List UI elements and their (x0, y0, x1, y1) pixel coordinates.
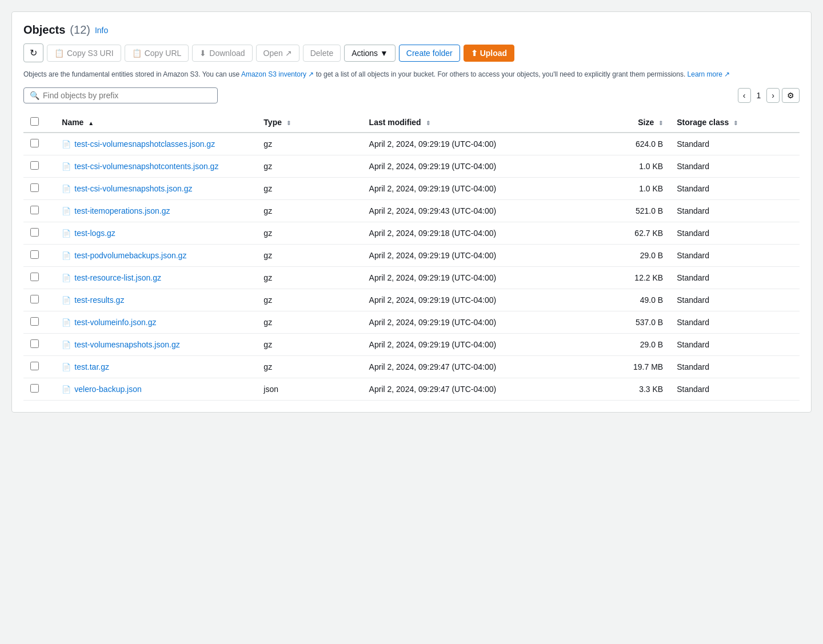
row-size-cell: 521.0 B (549, 200, 670, 222)
select-all-checkbox[interactable] (30, 117, 39, 126)
row-name-cell: 📄 test-results.gz (55, 289, 257, 311)
row-checkbox-cell[interactable] (23, 245, 55, 267)
row-type-cell: gz (257, 289, 362, 311)
copy-url-button[interactable]: 📋 Copy URL (125, 45, 189, 62)
row-size-cell: 1.0 KB (549, 155, 670, 178)
row-checkbox-cell[interactable] (23, 356, 55, 378)
search-box[interactable]: 🔍 (23, 87, 218, 103)
refresh-button[interactable]: ↻ (23, 43, 43, 62)
row-size-cell: 3.3 KB (549, 378, 670, 401)
name-sort-icon (86, 118, 94, 127)
s3-inventory-link[interactable]: Amazon S3 inventory ↗ (241, 70, 314, 78)
row-checkbox-cell[interactable] (23, 222, 55, 245)
file-link[interactable]: 📄 velero-backup.json (62, 385, 250, 394)
row-checkbox[interactable] (30, 362, 39, 370)
row-checkbox-cell[interactable] (23, 378, 55, 401)
table-row: 📄 test-volumesnapshots.json.gz gz April … (23, 334, 800, 356)
file-name: test-results.gz (74, 295, 124, 305)
file-link[interactable]: 📄 test-volumeinfo.json.gz (62, 318, 250, 327)
table-row: 📄 test-csi-volumesnapshots.json.gz gz Ap… (23, 178, 800, 200)
file-link[interactable]: 📄 test-csi-volumesnapshots.json.gz (62, 184, 250, 193)
row-storage-cell: Standard (670, 133, 800, 155)
row-type-cell: gz (257, 311, 362, 334)
select-all-header[interactable] (23, 113, 55, 133)
type-column-header[interactable]: Type ⇕ (257, 113, 362, 133)
row-storage-cell: Standard (670, 334, 800, 356)
row-checkbox-cell[interactable] (23, 200, 55, 222)
size-column-header[interactable]: Size ⇕ (549, 113, 670, 133)
table-row: 📄 test-csi-volumesnapshotclasses.json.gz… (23, 133, 800, 155)
file-link[interactable]: 📄 test-volumesnapshots.json.gz (62, 340, 250, 349)
row-name-cell: 📄 test-logs.gz (55, 222, 257, 245)
upload-button[interactable]: ⬆ Upload (464, 45, 514, 62)
row-modified-cell: April 2, 2024, 09:29:19 (UTC-04:00) (362, 245, 549, 267)
row-checkbox-cell[interactable] (23, 311, 55, 334)
row-checkbox-cell[interactable] (23, 334, 55, 356)
row-checkbox[interactable] (30, 295, 39, 303)
copy-s3-uri-icon: 📋 (54, 49, 64, 58)
modified-column-header[interactable]: Last modified ⇕ (362, 113, 549, 133)
file-icon: 📄 (62, 318, 71, 327)
name-column-header[interactable]: Name (55, 113, 257, 133)
file-name: test-volumeinfo.json.gz (74, 318, 156, 327)
file-icon: 📄 (62, 341, 71, 349)
settings-button[interactable]: ⚙ (782, 88, 800, 103)
file-link[interactable]: 📄 test-csi-volumesnapshotcontents.json.g… (62, 162, 250, 171)
row-checkbox[interactable] (30, 139, 39, 147)
row-checkbox[interactable] (30, 161, 39, 170)
learn-more-link[interactable]: Learn more ↗ (688, 70, 730, 78)
modified-sort-icon: ⇕ (426, 120, 430, 126)
row-checkbox[interactable] (30, 206, 39, 214)
row-modified-cell: April 2, 2024, 09:29:19 (UTC-04:00) (362, 267, 549, 289)
row-checkbox-cell[interactable] (23, 267, 55, 289)
file-link[interactable]: 📄 test-podvolumebackups.json.gz (62, 251, 250, 260)
prev-page-button[interactable]: ‹ (738, 88, 751, 103)
row-checkbox[interactable] (30, 339, 39, 348)
file-icon: 📄 (62, 207, 71, 215)
row-checkbox[interactable] (30, 384, 39, 393)
row-storage-cell: Standard (670, 155, 800, 178)
next-page-button[interactable]: › (766, 88, 780, 103)
row-modified-cell: April 2, 2024, 09:29:47 (UTC-04:00) (362, 356, 549, 378)
file-name: test-csi-volumesnapshotclasses.json.gz (74, 139, 215, 149)
type-sort-icon: ⇕ (286, 120, 291, 126)
row-checkbox[interactable] (30, 250, 39, 259)
row-checkbox-cell[interactable] (23, 289, 55, 311)
storage-column-header[interactable]: Storage class ⇕ (670, 113, 800, 133)
info-link[interactable]: Info (95, 26, 108, 35)
copy-s3-uri-button[interactable]: 📋 Copy S3 URI (47, 45, 121, 62)
row-checkbox-cell[interactable] (23, 133, 55, 155)
delete-button[interactable]: Delete (303, 45, 341, 62)
row-checkbox-cell[interactable] (23, 178, 55, 200)
row-size-cell: 19.7 MB (549, 356, 670, 378)
file-link[interactable]: 📄 test-logs.gz (62, 229, 250, 238)
row-checkbox[interactable] (30, 183, 39, 192)
file-name: test-volumesnapshots.json.gz (74, 340, 179, 349)
row-type-cell: gz (257, 334, 362, 356)
open-button[interactable]: Open ↗ (256, 45, 299, 62)
row-type-cell: json (257, 378, 362, 401)
row-checkbox[interactable] (30, 317, 39, 326)
row-checkbox[interactable] (30, 273, 39, 281)
file-link[interactable]: 📄 test-resource-list.json.gz (62, 273, 250, 282)
row-type-cell: gz (257, 267, 362, 289)
row-checkbox[interactable] (30, 228, 39, 237)
row-storage-cell: Standard (670, 222, 800, 245)
download-button[interactable]: ⬇ Download (192, 45, 252, 62)
actions-button[interactable]: Actions ▼ (344, 45, 395, 62)
file-link[interactable]: 📄 test-csi-volumesnapshotclasses.json.gz (62, 139, 250, 149)
file-icon: 📄 (62, 251, 71, 260)
create-folder-button[interactable]: Create folder (399, 45, 460, 62)
search-input[interactable] (43, 91, 211, 100)
file-icon: 📄 (62, 274, 71, 282)
row-checkbox-cell[interactable] (23, 155, 55, 178)
file-name: test-itemoperations.json.gz (74, 206, 170, 215)
file-icon: 📄 (62, 363, 71, 371)
row-modified-cell: April 2, 2024, 09:29:19 (UTC-04:00) (362, 178, 549, 200)
table-row: 📄 test-results.gz gz April 2, 2024, 09:2… (23, 289, 800, 311)
row-size-cell: 624.0 B (549, 133, 670, 155)
file-link[interactable]: 📄 test.tar.gz (62, 362, 250, 371)
file-link[interactable]: 📄 test-results.gz (62, 295, 250, 305)
file-link[interactable]: 📄 test-itemoperations.json.gz (62, 206, 250, 215)
row-size-cell: 49.0 B (549, 289, 670, 311)
